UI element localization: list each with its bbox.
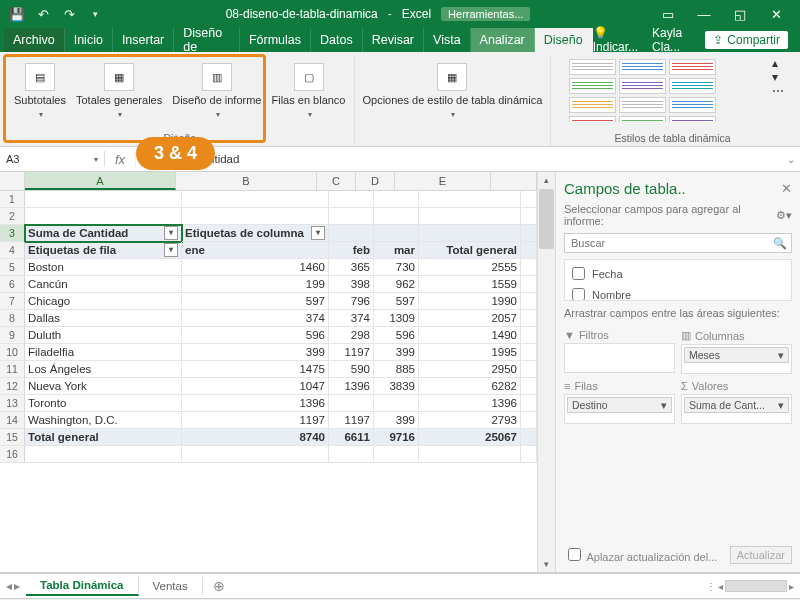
col-C[interactable]: C [317, 172, 356, 190]
field-nombre[interactable]: Nombre [568, 284, 788, 301]
redo-icon[interactable]: ↷ [58, 3, 80, 25]
save-icon[interactable]: 💾 [6, 3, 28, 25]
area-columns[interactable]: ▥Columnas Meses▾ [681, 329, 792, 374]
grid-rows[interactable]: 123Suma de Cantidad▾Etiquetas de columna… [0, 191, 537, 572]
grand-totals-button[interactable]: ▦Totales generales▾ [74, 61, 164, 121]
style-swatch[interactable] [569, 59, 616, 75]
search-input[interactable] [569, 236, 773, 250]
close-icon[interactable]: ✕ [758, 0, 794, 28]
tab-vista[interactable]: Vista [424, 28, 471, 52]
gallery-more-icon[interactable]: ⋯ [772, 84, 788, 98]
scroll-thumb[interactable] [539, 189, 554, 249]
tab-archivo[interactable]: Archivo [4, 28, 65, 52]
area-rows[interactable]: ≡Filas Destino▾ [564, 380, 675, 424]
area-filters[interactable]: ▼Filtros [564, 329, 675, 374]
tab-revisar[interactable]: Revisar [363, 28, 424, 52]
col-B[interactable]: B [176, 172, 317, 190]
formula-expand-icon[interactable]: ⌄ [782, 154, 800, 165]
title-bar: 💾 ↶ ↷ ▾ 08-diseno-de-tabla-dinamica - Ex… [0, 0, 800, 28]
table-row[interactable]: 8Dallas37437413092057 [0, 310, 537, 327]
field-list[interactable]: Fecha Nombre [564, 259, 792, 301]
style-swatch[interactable] [619, 97, 666, 113]
tell-me[interactable]: 💡 Indicar... [593, 26, 638, 54]
style-swatch[interactable] [669, 97, 716, 113]
field-fecha[interactable]: Fecha [568, 263, 788, 284]
tab-formulas[interactable]: Fórmulas [240, 28, 311, 52]
minimize-icon[interactable]: — [686, 0, 722, 28]
style-swatch[interactable] [619, 116, 666, 122]
style-gallery[interactable] [557, 56, 762, 130]
sheet-tab-active[interactable]: Tabla Dinámica [26, 576, 139, 596]
style-swatch[interactable] [669, 78, 716, 94]
table-row[interactable]: 4Etiquetas de fila▾enefebmarTotal genera… [0, 242, 537, 259]
table-row[interactable]: 14Washington, D.C.119711973992793 [0, 412, 537, 429]
horizontal-scrollbar[interactable]: ⋮◂▸ [700, 580, 800, 592]
style-swatch[interactable] [619, 59, 666, 75]
qat-customize-icon[interactable]: ▾ [84, 3, 106, 25]
vertical-scrollbar[interactable]: ▴ ▾ [537, 172, 555, 572]
search-icon[interactable]: 🔍 [773, 237, 787, 250]
gallery-down-icon[interactable]: ▾ [772, 70, 788, 84]
sheet-nav[interactable]: ◂▸ [0, 579, 26, 593]
sheet-tab-ventas[interactable]: Ventas [139, 577, 203, 595]
subtotals-button[interactable]: ▤Subtotales▾ [12, 61, 68, 121]
table-row[interactable]: 13Toronto13961396 [0, 395, 537, 412]
name-box[interactable]: A3▾ [0, 151, 105, 167]
table-row[interactable]: 6Cancún1993989621559 [0, 276, 537, 293]
col-D[interactable]: D [356, 172, 395, 190]
style-swatch[interactable] [669, 116, 716, 122]
add-sheet-icon[interactable]: ⊕ [203, 578, 235, 594]
table-row[interactable]: 3Suma de Cantidad▾Etiquetas de columna▾ [0, 225, 537, 242]
user-name[interactable]: Kayla Cla... [652, 26, 691, 54]
style-swatch[interactable] [669, 59, 716, 75]
table-row[interactable]: 10Filadelfia39911973991995 [0, 344, 537, 361]
table-row[interactable]: 9Duluth5962985961490 [0, 327, 537, 344]
style-swatch[interactable] [569, 78, 616, 94]
style-swatch[interactable] [569, 116, 616, 122]
table-row[interactable]: 12Nueva York1047139638396282 [0, 378, 537, 395]
tab-diseno[interactable]: Diseño [535, 28, 593, 52]
style-swatch[interactable] [619, 78, 666, 94]
table-row[interactable]: 16 [0, 446, 537, 463]
gallery-up-icon[interactable]: ▴ [772, 56, 788, 70]
table-row[interactable]: 2 [0, 208, 537, 225]
window-title: 08-diseno-de-tabla-dinamica - Excel Herr… [106, 7, 650, 21]
tab-inicio[interactable]: Inicio [65, 28, 113, 52]
update-button[interactable]: Actualizar [730, 546, 792, 564]
gallery-scroll[interactable]: ▴ ▾ ⋯ [762, 56, 788, 130]
tab-analizar[interactable]: Analizar [471, 28, 535, 52]
restore-icon[interactable]: ◱ [722, 0, 758, 28]
table-row[interactable]: 11Los Ángeles14755908852950 [0, 361, 537, 378]
column-headers[interactable]: A B C D E [0, 172, 537, 191]
ribbon-display-options-icon[interactable]: ▭ [650, 0, 686, 28]
pill-suma[interactable]: Suma de Cant...▾ [684, 397, 789, 413]
fx-icon[interactable]: fx [105, 152, 136, 167]
pill-meses[interactable]: Meses▾ [684, 347, 789, 363]
col-E[interactable]: E [395, 172, 491, 190]
defer-checkbox[interactable]: Aplazar actualización del... [564, 545, 717, 564]
table-row[interactable]: 7Chicago5977965971990 [0, 293, 537, 310]
style-swatch[interactable] [569, 97, 616, 113]
gear-icon[interactable]: ⚙▾ [776, 209, 792, 222]
spreadsheet-grid[interactable]: A B C D E 123Suma de Cantidad▾Etiquetas … [0, 172, 537, 572]
col-A[interactable]: A [25, 172, 176, 190]
share-button[interactable]: ⇪ Compartir [705, 31, 788, 49]
pane-close-icon[interactable]: ✕ [781, 181, 792, 196]
formula-input[interactable]: Suma de Cantidad [136, 153, 782, 165]
tab-diseno-pagina[interactable]: Diseño de [174, 28, 240, 52]
tab-datos[interactable]: Datos [311, 28, 363, 52]
table-row[interactable]: 5Boston14603657302555 [0, 259, 537, 276]
scroll-up-icon[interactable]: ▴ [538, 172, 555, 188]
blank-rows-button[interactable]: ▢Filas en blanco▾ [270, 61, 348, 121]
field-search[interactable]: 🔍 [564, 233, 792, 253]
table-row[interactable]: 15Total general87406611971625067 [0, 429, 537, 446]
report-layout-button[interactable]: ▥Diseño de informe▾ [170, 61, 263, 121]
tab-insertar[interactable]: Insertar [113, 28, 174, 52]
area-values[interactable]: ΣValores Suma de Cant...▾ [681, 380, 792, 424]
undo-icon[interactable]: ↶ [32, 3, 54, 25]
select-all-corner[interactable] [0, 172, 25, 190]
scroll-down-icon[interactable]: ▾ [538, 556, 555, 572]
pill-destino[interactable]: Destino▾ [567, 397, 672, 413]
table-row[interactable]: 1 [0, 191, 537, 208]
style-options-button[interactable]: ▦Opciones de estilo de tabla dinámica▾ [361, 61, 545, 121]
